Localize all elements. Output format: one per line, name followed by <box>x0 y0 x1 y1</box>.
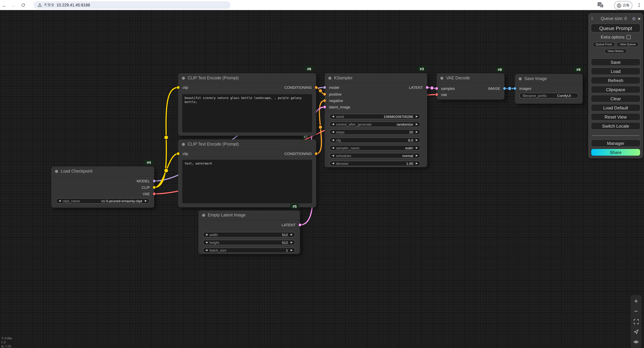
node-graph-canvas[interactable]: #3 #4 #5 #6 #7 #8 #9 <box>0 10 644 348</box>
widget-control-after-generate[interactable]: ◀ control_after_generate randomize ▶ <box>329 122 420 127</box>
node-ksampler[interactable]: KSampler model positive negative latent_… <box>324 73 427 167</box>
url-text[interactable]: 10.229.41.45:8188 <box>56 3 90 7</box>
clear-button[interactable]: Clear <box>591 95 640 102</box>
widget-batch-size[interactable]: ◀ batch_size 1 ▶ <box>203 247 295 253</box>
decrement-arrow-icon[interactable]: ◀ <box>332 147 334 149</box>
node-title-bar[interactable]: CLIP Text Encode (Prompt) <box>178 139 316 149</box>
collapse-dot-icon[interactable] <box>55 170 58 173</box>
increment-arrow-icon[interactable]: ▶ <box>290 241 292 244</box>
menu-drag-handle-icon[interactable]: ⠿ <box>591 16 596 21</box>
node-save-image[interactable]: Save Image images filename_prefix ComfyU… <box>515 74 583 104</box>
browser-profile-button[interactable]: 访客 <box>614 1 632 10</box>
browser-back-icon[interactable]: ← <box>0 0 8 10</box>
port-dot-model[interactable] <box>152 179 156 183</box>
fit-view-icon[interactable] <box>632 317 640 326</box>
node-title-bar[interactable]: Load Checkpoint <box>51 166 154 176</box>
share-button[interactable]: Share <box>591 149 640 156</box>
queue-prompt-button[interactable]: Queue Prompt <box>591 24 640 33</box>
view-history-button[interactable]: View History <box>604 49 627 54</box>
collapse-dot-icon[interactable] <box>182 143 185 146</box>
widget-seed[interactable]: ◀ seed 156680208700286 ▶ <box>329 114 420 119</box>
node-title-bar[interactable]: VAE Decode <box>437 73 504 83</box>
increment-arrow-icon[interactable]: ▶ <box>290 233 292 236</box>
zoom-out-icon[interactable]: − <box>632 307 640 316</box>
increment-arrow-icon[interactable]: ▶ <box>416 147 418 149</box>
decrement-arrow-icon[interactable]: ◀ <box>206 241 208 244</box>
node-title-bar[interactable]: Empty Latent Image <box>198 210 300 220</box>
decrement-arrow-icon[interactable]: ◀ <box>332 139 334 142</box>
collapse-dot-icon[interactable] <box>182 77 185 80</box>
refresh-button[interactable]: Refresh <box>591 77 640 84</box>
increment-arrow-icon[interactable]: ▶ <box>416 131 418 133</box>
port-dot-conditioning[interactable] <box>314 86 318 89</box>
collapse-dot-icon[interactable] <box>519 77 522 80</box>
increment-arrow-icon[interactable]: ▶ <box>290 249 292 252</box>
toggle-visibility-eye-icon[interactable] <box>632 338 640 346</box>
view-queue-button[interactable]: View Queue <box>617 42 639 47</box>
widget-ckpt-name[interactable]: ◀ ckpt_name v1-5-pruned-emaonly.ckpt ▶ <box>56 198 150 204</box>
decrement-arrow-icon[interactable]: ◀ <box>332 115 334 118</box>
port-dot-vae[interactable] <box>435 93 438 96</box>
widget-cfg[interactable]: ◀ cfg 8.0 ▶ <box>329 137 420 143</box>
decrement-arrow-icon[interactable]: ◀ <box>206 249 208 252</box>
reset-view-button[interactable]: Reset View <box>591 113 640 121</box>
decrement-arrow-icon[interactable]: ◀ <box>59 200 61 202</box>
browser-menu-icon[interactable] <box>636 2 642 8</box>
extra-options-checkbox[interactable] <box>626 35 630 39</box>
collapse-dot-icon[interactable] <box>202 214 205 217</box>
collapse-dot-icon[interactable] <box>440 77 444 80</box>
port-dot-latent[interactable] <box>298 223 302 227</box>
load-button[interactable]: Load <box>591 68 640 75</box>
node-load-checkpoint[interactable]: Load Checkpoint MODEL CLIP VAE ◀ ckpt_na… <box>51 166 154 208</box>
settings-gear-icon[interactable]: ⚙ <box>632 16 636 21</box>
node-vae-decode[interactable]: VAE Decode samples vae IMAGE <box>437 73 504 100</box>
select-mode-icon[interactable] <box>632 327 640 336</box>
port-dot-conditioning[interactable] <box>323 93 326 96</box>
node-title-bar[interactable]: KSampler <box>324 73 427 83</box>
port-dot-conditioning[interactable] <box>323 99 326 102</box>
queue-front-button[interactable]: Queue Front <box>592 42 615 47</box>
decrement-arrow-icon[interactable]: ◀ <box>206 233 208 236</box>
security-label[interactable]: 不安全 <box>44 3 54 8</box>
load-default-button[interactable]: Load Default <box>591 104 640 111</box>
close-icon[interactable]: × <box>638 16 640 21</box>
node-clip-text-encode-negative[interactable]: CLIP Text Encode (Prompt) clip CONDITION… <box>178 139 316 207</box>
increment-arrow-icon[interactable]: ▶ <box>416 123 418 126</box>
increment-arrow-icon[interactable]: ▶ <box>145 200 147 202</box>
prompt-textarea-negative[interactable]: text, watermark <box>182 160 312 203</box>
browser-forward-icon[interactable]: → <box>9 0 17 10</box>
widget-filename-prefix[interactable]: filename_prefix ComfyUI <box>519 93 578 98</box>
node-title-bar[interactable]: CLIP Text Encode (Prompt) <box>178 73 316 83</box>
widget-height[interactable]: ◀ height 512 ▶ <box>203 240 295 245</box>
port-dot-image[interactable] <box>513 87 516 90</box>
widget-denoise[interactable]: ◀ denoise 1.00 ▶ <box>329 161 420 166</box>
increment-arrow-icon[interactable]: ▶ <box>416 139 418 142</box>
zoom-in-icon[interactable]: + <box>632 297 640 306</box>
decrement-arrow-icon[interactable]: ◀ <box>332 123 334 126</box>
decrement-arrow-icon[interactable]: ◀ <box>332 162 334 165</box>
widget-steps[interactable]: ◀ steps 20 ▶ <box>329 129 420 135</box>
decrement-arrow-icon[interactable]: ◀ <box>332 131 334 133</box>
increment-arrow-icon[interactable]: ▶ <box>416 155 418 157</box>
browser-reload-icon[interactable] <box>19 0 27 10</box>
collapse-dot-icon[interactable] <box>328 77 331 80</box>
manager-button[interactable]: Manager <box>591 139 640 147</box>
node-title-bar[interactable]: Save Image <box>515 74 583 84</box>
prompt-textarea-positive[interactable]: beautiful scenery nature glass bottle la… <box>182 94 312 132</box>
port-dot-latent[interactable] <box>323 105 326 109</box>
save-button[interactable]: Save <box>591 59 640 66</box>
translate-icon[interactable]: G文 <box>598 2 603 8</box>
address-bar[interactable]: 不安全 10.229.41.45:8188 <box>34 1 230 9</box>
node-empty-latent-image[interactable]: Empty Latent Image LATENT ◀ width 512 ▶ … <box>198 210 300 254</box>
clipspace-button[interactable]: Clipspace <box>591 86 640 93</box>
port-dot-vae[interactable] <box>152 192 156 196</box>
widget-scheduler[interactable]: ◀ scheduler normal ▶ <box>329 153 420 158</box>
decrement-arrow-icon[interactable]: ◀ <box>332 155 334 157</box>
port-dot-clip[interactable] <box>152 186 156 189</box>
increment-arrow-icon[interactable]: ▶ <box>416 162 418 165</box>
port-dot-conditioning[interactable] <box>314 152 318 155</box>
port-dot-image[interactable] <box>503 87 506 90</box>
switch-locale-button[interactable]: Switch Locale <box>591 122 640 130</box>
increment-arrow-icon[interactable]: ▶ <box>416 115 418 118</box>
widget-sampler-name[interactable]: ◀ sampler_name euler ▶ <box>329 145 420 151</box>
